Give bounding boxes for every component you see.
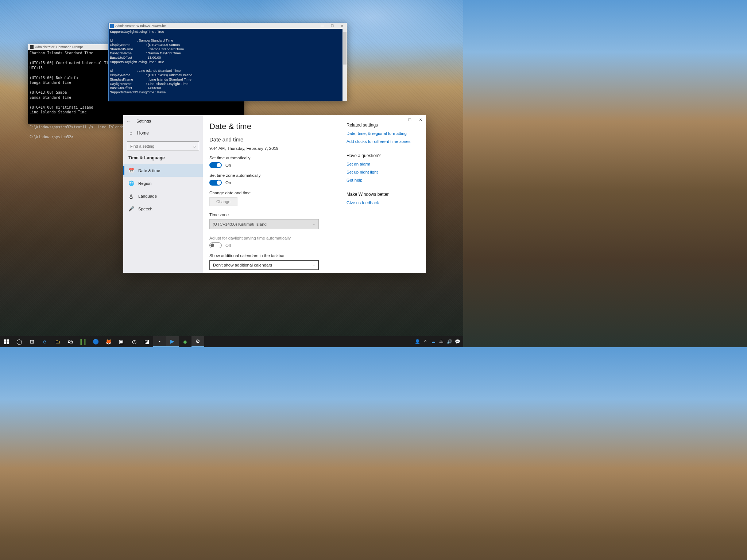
link-night-light[interactable]: Set up night light [347,170,417,174]
set-tz-auto-toggle[interactable] [209,180,222,186]
ps-minimize[interactable]: — [317,24,327,28]
calendar-icon: 📅 [128,168,134,173]
powershell-taskbar-button[interactable]: ▶ [166,336,179,347]
current-datetime: 9:44 AM, Thursday, February 7, 2019 [209,146,343,151]
addcal-value: Don't show additional calendars [213,263,272,267]
app-icon-1[interactable]: ║║ [77,336,89,347]
change-button: Change [209,197,237,206]
settings-top-row: ← Settings [123,115,203,127]
dst-label: Adjust for daylight saving time automati… [209,236,343,240]
search-input[interactable]: Find a setting ⌕ [127,141,199,151]
settings-main-area: Date & time Date and time 9:44 AM, Thurs… [203,115,426,273]
app-icon-2[interactable]: ◪ [140,336,153,347]
globe-icon: 🌐 [128,180,134,186]
ps-maximize[interactable]: ☐ [327,24,337,28]
timezone-value: (UTC+14:00) Kiritimati Island [213,222,267,226]
onedrive-icon[interactable]: ☁ [430,339,437,344]
edge-icon[interactable]: e [38,336,51,347]
set-tz-auto-label: Set time zone automatically [209,173,343,178]
cmd-taskbar-button[interactable]: ▪ [153,336,166,347]
link-regional-formatting[interactable]: Date, time, & regional formatting [347,131,417,136]
ps-icon [110,24,114,28]
clock-icon[interactable]: ◷ [128,336,140,347]
microphone-icon: 🎤 [128,206,134,211]
chrome-icon[interactable]: 🔵 [89,336,102,347]
nav-language[interactable]: A̲ Language [123,190,203,202]
link-feedback[interactable]: Give us feedback [347,201,417,205]
addcal-label: Show additional calendars in the taskbar [209,253,343,258]
app-icon-3[interactable]: ◆ [179,336,191,347]
back-icon[interactable]: ← [126,118,131,124]
home-label: Home [137,131,149,136]
dst-toggle [209,242,222,248]
store-icon[interactable]: 🛍 [64,336,77,347]
ps-scrollbar[interactable] [342,29,347,101]
question-header: Have a question? [347,153,417,158]
firefox-icon[interactable]: 🦊 [102,336,115,347]
language-icon: A̲ [128,193,134,199]
settings-window[interactable]: ← Settings ⌂ Home Find a setting ⌕ Time … [123,115,426,273]
system-tray[interactable]: 👤 ^ ☁ 🖧 🔊 💬 [414,339,463,344]
home-button[interactable]: ⌂ Home [123,127,203,139]
set-time-auto-state: On [225,163,231,167]
addcal-dropdown[interactable]: Don't show additional calendars ⌄ [209,260,319,270]
photos-icon[interactable]: ▣ [115,336,128,347]
cmd-title-text: Administrator: Command Prompt [35,45,83,49]
ps-output-text: SupportsDaylightSavingTime : True Id : S… [110,30,192,94]
settings-taskbar-button[interactable]: ⚙ [191,336,204,347]
ps-title-text: Administrator: Windows PowerShell [115,24,317,28]
set-time-auto-toggle[interactable] [209,162,222,168]
tz-label: Time zone [209,213,343,217]
cortana-button[interactable]: ◯ [13,336,26,347]
set-time-auto-label: Set time automatically [209,156,343,160]
tray-chevron-up-icon[interactable]: ^ [422,339,429,344]
task-view-button[interactable]: ⊞ [26,336,38,347]
settings-close[interactable]: ✕ [415,115,426,124]
volume-icon[interactable]: 🔊 [446,339,453,344]
settings-sidebar: ← Settings ⌂ Home Find a setting ⌕ Time … [123,115,203,273]
page-title: Date & time [209,122,343,131]
settings-label: Settings [136,119,151,123]
set-tz-auto-state: On [225,180,231,185]
search-icon: ⌕ [193,144,196,148]
action-center-icon[interactable]: 💬 [454,339,461,344]
home-icon: ⌂ [128,131,133,136]
file-explorer-icon[interactable]: 🗀 [51,336,64,347]
dst-state: Off [225,243,231,248]
ps-output[interactable]: SupportsDaylightSavingTime : True Id : S… [109,29,347,101]
settings-content: Date & time Date and time 9:44 AM, Thurs… [209,115,347,273]
ps-titlebar[interactable]: Administrator: Windows PowerShell — ☐ ✕ [109,23,347,29]
settings-maximize[interactable]: ☐ [404,115,415,124]
link-set-alarm[interactable]: Set an alarm [347,162,417,166]
nav-speech[interactable]: 🎤 Speech [123,202,203,215]
section-title: Date and time [209,136,343,143]
chevron-down-icon: ⌄ [312,263,315,267]
powershell-window[interactable]: Administrator: Windows PowerShell — ☐ ✕ … [108,23,347,101]
ps-close[interactable]: ✕ [337,24,347,28]
people-icon[interactable]: 👤 [414,339,421,344]
start-button[interactable] [0,336,13,347]
nav-date-time-label: Date & time [138,168,160,173]
cmd-icon [30,45,34,49]
chevron-down-icon: ⌄ [313,222,316,226]
better-header: Make Windows better [347,192,417,197]
settings-window-controls: — ☐ ✕ [393,115,426,124]
timezone-dropdown: (UTC+14:00) Kiritimati Island ⌄ [209,219,319,229]
network-icon[interactable]: 🖧 [438,339,445,344]
taskbar[interactable]: ◯ ⊞ e 🗀 🛍 ║║ 🔵 🦊 ▣ ◷ ◪ ▪ ▶ ◆ ⚙ 👤 ^ ☁ 🖧 🔊… [0,336,463,347]
settings-links-panel: Related settings Date, time, & regional … [347,115,419,273]
settings-minimize[interactable]: — [393,115,404,124]
change-dt-label: Change date and time [209,191,343,195]
search-placeholder: Find a setting [130,144,154,148]
link-get-help[interactable]: Get help [347,178,417,182]
nav-date-time[interactable]: 📅 Date & time [123,164,203,177]
category-header: Time & Language [123,155,203,164]
nav-speech-label: Speech [138,207,152,211]
nav-region[interactable]: 🌐 Region [123,177,203,190]
link-add-clocks[interactable]: Add clocks for different time zones [347,139,417,144]
nav-region-label: Region [138,181,151,186]
nav-language-label: Language [138,194,157,198]
